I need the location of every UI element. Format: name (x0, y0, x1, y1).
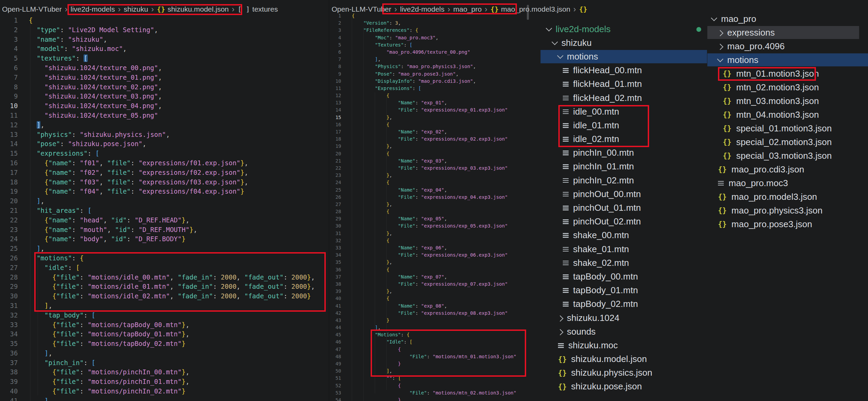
tree-item[interactable]: {} mao_pro.model3.json (707, 190, 868, 204)
code-line[interactable]: "File": "motions/mtn_02.motion3.json" (352, 389, 516, 397)
editor-mao-pro-model3-json[interactable]: 1234567891011121314151617181920212223242… (330, 12, 533, 401)
code-line[interactable]: {"file": "motions/idle_00.mtn", "fade_in… (29, 273, 315, 282)
tree-item[interactable]: shizuku.1024 (541, 311, 707, 325)
code-line[interactable]: "name": "shizuku", (29, 35, 315, 44)
breadcrumb-item[interactable]: Open-LLM-VTuber (2, 5, 62, 13)
tree-item[interactable]: mao_pro.moc3 (707, 176, 868, 190)
code-area[interactable]: { "Version": 3, "FileReferences": { "Moc… (352, 12, 516, 401)
tree-item[interactable]: expressions (707, 26, 868, 39)
code-line[interactable]: "Name": "exp_07", (352, 273, 516, 281)
code-line[interactable]: "File": "expressions/exp_08.exp3.json" (352, 310, 516, 317)
code-line[interactable]: { (352, 266, 516, 273)
code-line[interactable]: "shizuku.1024/texture_03.png", (29, 92, 315, 101)
code-line[interactable]: {"file": "motions/tapBody_00.mtn"}, (29, 320, 315, 330)
code-line[interactable]: "model": "shizuku.moc", (29, 44, 315, 54)
code-line[interactable]: } (352, 360, 516, 367)
code-line[interactable]: }, (352, 172, 516, 179)
code-line[interactable]: ], (29, 120, 315, 130)
tree-item[interactable]: shake_01.mtn (541, 242, 707, 256)
breadcrumb-item[interactable]: {}shizuku.model.json (157, 5, 229, 13)
code-line[interactable]: {"file": "motions/pinchIn_02.mtn"} (29, 387, 315, 396)
pane-divider[interactable] (329, 0, 329, 401)
code-line[interactable]: "File": "expressions/exp_06.exp3.json" (352, 251, 516, 259)
code-line[interactable]: { (352, 208, 516, 215)
code-line[interactable]: "idle": [ (29, 263, 315, 273)
breadcrumb-item[interactable]: shizuku (124, 5, 148, 13)
code-line[interactable]: }, (352, 114, 516, 121)
tree-item[interactable]: pinchIn_01.mtn (541, 160, 707, 173)
tree-item[interactable]: motions (707, 53, 868, 67)
code-line[interactable]: "Motions": { (352, 331, 516, 338)
tree-item[interactable]: pinchIn_00.mtn (541, 146, 707, 160)
tree-item[interactable]: flickHead_01.mtn (541, 77, 707, 91)
tree-item[interactable]: idle_00.mtn (541, 105, 707, 118)
tree-item[interactable]: {} shizuku.model.json (541, 352, 707, 366)
code-line[interactable]: }, (352, 230, 516, 237)
code-line[interactable]: "Name": "exp_04", (352, 186, 516, 194)
code-line[interactable]: "Physics": "mao_pro.physics3.json", (352, 63, 516, 70)
breadcrumb-item[interactable]: {} (579, 5, 590, 13)
tree-item[interactable]: tapBody_01.mtn (541, 284, 707, 297)
tree-item[interactable]: {} mao_pro.physics3.json (707, 204, 868, 217)
tree-item[interactable]: {} mao_pro.cdi3.json (707, 163, 868, 176)
code-line[interactable]: } (352, 317, 516, 324)
tree-item[interactable]: shake_00.mtn (541, 229, 707, 242)
code-line[interactable]: "File": "expressions/exp_05.exp3.json" (352, 222, 516, 230)
code-line[interactable]: "File": "motions/mtn_01.motion3.json" (352, 353, 516, 360)
tree-item[interactable]: motions (541, 50, 707, 63)
code-line[interactable]: ], (352, 324, 516, 331)
code-line[interactable]: "textures": [ (29, 54, 315, 63)
tree-item[interactable]: {} mtn_03.motion3.json (707, 94, 868, 108)
tree-item[interactable]: shizuku (541, 36, 707, 50)
code-line[interactable]: { (352, 346, 516, 353)
code-line[interactable]: {"name": "mouth", "id": "D_REF.MOUTH"}, (29, 225, 315, 235)
code-line[interactable]: {"name": "body", "id": "D_REF.BODY"} (29, 234, 315, 244)
tree-item[interactable]: mao_pro.4096 (707, 39, 868, 53)
code-line[interactable]: {"file": "motions/pinchIn_00.mtn"}, (29, 367, 315, 377)
tree-item[interactable]: {} special_01.motion3.json (707, 121, 868, 135)
code-line[interactable]: { (352, 179, 516, 186)
tree-item[interactable]: {} mtn_02.motion3.json (707, 80, 868, 94)
tree-item[interactable]: flickHead_02.mtn (541, 91, 707, 105)
code-line[interactable]: "mao_pro.4096/texture_00.png" (352, 49, 516, 56)
tree-item[interactable]: pinchOut_00.mtn (541, 187, 707, 201)
code-line[interactable]: "shizuku.1024/texture_05.png" (29, 111, 315, 120)
tree-item[interactable]: {} mao_pro.pose3.json (707, 217, 868, 231)
code-line[interactable]: "": [ (352, 375, 516, 382)
code-line[interactable]: { (29, 16, 315, 25)
code-line[interactable]: "shizuku.1024/texture_01.png", (29, 73, 315, 82)
code-line[interactable]: {"name": "f02", "file": "expressions/f02… (29, 168, 315, 178)
tree-item[interactable]: mao_pro (707, 12, 868, 26)
code-line[interactable]: { (352, 121, 516, 128)
code-line[interactable]: }, (352, 259, 516, 266)
code-line[interactable]: "shizuku.1024/texture_02.png", (29, 82, 315, 92)
tree-item[interactable]: {} special_03.motion3.json (707, 149, 868, 163)
tree-item[interactable]: pinchOut_02.mtn (541, 215, 707, 229)
code-line[interactable]: ], (29, 196, 315, 206)
tree-item[interactable]: {} mtn_04.motion3.json (707, 108, 868, 121)
tree-item[interactable]: flickHead_00.mtn (541, 64, 707, 77)
tree-item[interactable]: idle_01.mtn (541, 118, 707, 132)
tree-item[interactable]: {} special_02.motion3.json (707, 135, 868, 149)
code-line[interactable]: } (352, 397, 516, 401)
code-line[interactable]: {"name": "f01", "file": "expressions/f01… (29, 158, 315, 168)
code-line[interactable]: "motions": { (29, 254, 315, 263)
code-line[interactable]: {"file": "motions/pinchIn_01.mtn"}, (29, 377, 315, 387)
code-line[interactable]: "Name": "exp_03", (352, 157, 516, 165)
code-area[interactable]: { "type": "Live2D Model Setting", "name"… (29, 16, 315, 401)
tree-item[interactable]: live2d-models (541, 22, 707, 36)
code-line[interactable]: "Name": "exp_05", (352, 215, 516, 222)
code-line[interactable]: "File": "expressions/exp_07.exp3.json" (352, 281, 516, 288)
code-line[interactable]: "pinch_in": [ (29, 358, 315, 368)
code-line[interactable]: ], (29, 244, 315, 254)
code-line[interactable]: }, (352, 288, 516, 295)
code-line[interactable]: "Textures": [ (352, 41, 516, 49)
code-line[interactable]: {"name": "head", "id": "D_REF.HEAD"}, (29, 216, 315, 225)
code-line[interactable]: { (352, 237, 516, 244)
code-line[interactable]: "Name": "exp_01", (352, 99, 516, 106)
breadcrumb-item[interactable]: live2d-models (71, 5, 115, 13)
code-line[interactable]: {"file": "motions/idle_02.mtn", "fade_in… (29, 292, 315, 301)
code-line[interactable]: }, (352, 143, 516, 150)
tree-item[interactable]: pinchOut_01.mtn (541, 201, 707, 215)
code-line[interactable]: "shizuku.1024/texture_04.png", (29, 101, 315, 111)
